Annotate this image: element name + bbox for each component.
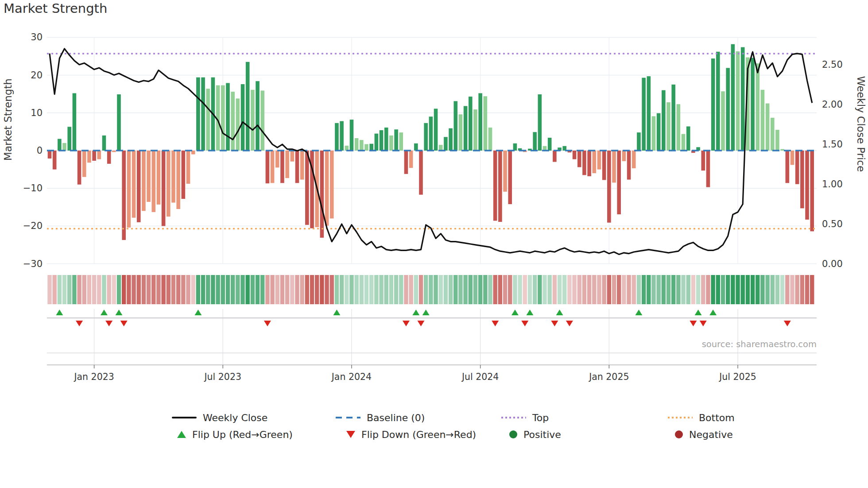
legend-label: Flip Down (Green→Red) [361, 429, 476, 440]
right-axis: 2.502.001.501.000.500.00Weekly Close Pri… [822, 59, 867, 269]
left-tick-label: −30 [23, 259, 43, 269]
left-axis-title: Market Strength [2, 78, 14, 161]
flip-up-marker [635, 310, 642, 315]
flip-up-marker [56, 310, 63, 315]
legend-label: Baseline (0) [367, 412, 425, 423]
right-tick-label: 2.00 [822, 99, 843, 110]
legend-label: Negative [689, 429, 733, 440]
legend-label: Bottom [699, 412, 735, 423]
x-tick-label: Jan 2025 [588, 372, 629, 382]
left-tick-label: −20 [23, 221, 43, 231]
flip-up-marker [116, 310, 123, 315]
legend-label: Positive [523, 429, 561, 440]
flip-up-marker [194, 310, 202, 315]
flip-down-marker [700, 321, 707, 326]
legend-item-bottom: Bottom [668, 410, 735, 425]
source-credit: source: sharemaestro.com [702, 339, 817, 349]
flip-up-marker [695, 310, 702, 315]
x-tick-label: Jul 2023 [204, 372, 241, 382]
flip-marker-row [47, 309, 817, 365]
flip-down-marker [521, 321, 528, 326]
flip-down-marker [105, 321, 112, 326]
flip-down-marker [264, 321, 271, 326]
market-strength-chart: Jan 2023Jul 2023Jan 2024Jul 2024Jan 2025… [0, 0, 868, 488]
left-tick-label: −10 [23, 183, 43, 194]
flip-up-marker [422, 310, 430, 315]
flip-down-triangle-icon [346, 431, 355, 438]
left-tick-label: 10 [31, 108, 43, 118]
left-axis: 3020100−10−20−30Market Strength [2, 32, 43, 269]
right-tick-label: 2.50 [822, 59, 843, 70]
legend-label: Top [532, 412, 549, 423]
bottom-dotted-line-icon [668, 417, 693, 418]
flip-down-marker [76, 321, 83, 326]
flip-down-marker [120, 321, 128, 326]
flip-up-marker [333, 310, 340, 315]
right-tick-label: 0.00 [822, 259, 843, 269]
legend-item-top: Top [501, 410, 549, 425]
right-tick-label: 0.50 [822, 219, 843, 229]
flip-up-marker [526, 310, 533, 315]
flip-up-triangle-icon [177, 431, 186, 438]
legend-label: Flip Up (Red→Green) [192, 429, 293, 440]
flip-up-marker [556, 310, 563, 315]
right-axis-title: Weekly Close Price [855, 76, 867, 172]
legend-item-weekly-close: Weekly Close [172, 410, 267, 425]
flip-up-marker [101, 310, 108, 315]
positive-circle-icon [509, 430, 517, 438]
left-tick-label: 20 [31, 70, 43, 81]
legend-item-positive: Positive [509, 427, 561, 442]
flip-up-marker [709, 310, 717, 315]
market-strength-dashboard: Jan 2023Jul 2023Jan 2024Jul 2024Jan 2025… [0, 0, 868, 488]
flip-up-marker [512, 310, 519, 315]
left-tick-label: 0 [37, 145, 43, 156]
x-axis: Jan 2023Jul 2023Jan 2024Jul 2024Jan 2025… [47, 353, 817, 382]
x-tick-label: Jul 2024 [461, 372, 499, 382]
baseline-dash-icon [336, 417, 360, 418]
flip-down-marker [690, 321, 697, 326]
flip-down-marker [418, 321, 425, 326]
weekly-close-line-icon [172, 417, 197, 418]
legend-item-negative: Negative [675, 427, 733, 442]
flip-down-marker [566, 321, 573, 326]
x-tick-label: Jul 2025 [718, 372, 756, 382]
right-tick-label: 1.00 [822, 179, 843, 190]
right-tick-label: 1.50 [822, 139, 843, 150]
flip-down-marker [551, 321, 558, 326]
x-tick-label: Jan 2024 [331, 372, 372, 382]
legend-item-flip-up: Flip Up (Red→Green) [177, 427, 293, 442]
flip-up-marker [412, 310, 419, 315]
negative-circle-icon [675, 430, 683, 438]
flip-down-marker [784, 321, 791, 326]
x-tick-label: Jan 2023 [73, 372, 114, 382]
legend-item-baseline: Baseline (0) [336, 410, 425, 425]
legend-item-flip-down: Flip Down (Green→Red) [346, 427, 476, 442]
top-dotted-line-icon [501, 417, 526, 418]
flip-down-marker [492, 321, 499, 326]
legend-label: Weekly Close [203, 412, 267, 423]
page-title: Market Strength [4, 1, 107, 16]
flip-down-marker [403, 321, 410, 326]
sign-heatmap-strip [47, 275, 814, 304]
left-tick-label: 30 [31, 32, 43, 43]
